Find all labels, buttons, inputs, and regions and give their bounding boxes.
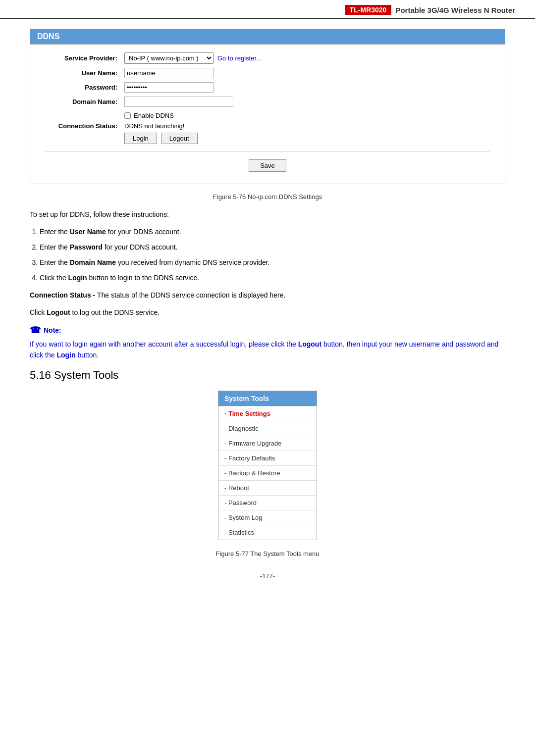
menu-center: System Tools - Time Settings - Diagnosti… xyxy=(30,391,505,547)
note-section: ☎ Note: If you want to login again with … xyxy=(30,325,505,361)
save-row: Save xyxy=(45,156,490,176)
connection-status-desc: Connection Status - The status of the DD… xyxy=(30,290,505,301)
enable-ddns-row: Enable DDNS xyxy=(124,112,490,119)
menu-item-firmware-upgrade[interactable]: - Firmware Upgrade xyxy=(218,436,317,451)
menu-item-diagnostic[interactable]: - Diagnostic xyxy=(218,421,317,436)
domain-name-input[interactable] xyxy=(124,97,233,107)
menu-item-backup-restore[interactable]: - Backup & Restore xyxy=(218,465,317,480)
login-logout-row: Login Logout xyxy=(124,133,198,144)
page-number: -177- xyxy=(30,572,505,580)
service-provider-row: Service Provider: No-IP ( www.no-ip.com … xyxy=(45,52,490,64)
header-description: Portable 3G/4G Wireless N Router xyxy=(395,6,515,14)
service-provider-label: Service Provider: xyxy=(45,54,124,62)
logout-desc: Click Logout to log out the DDNS service… xyxy=(30,307,505,318)
step-2-bold: Password xyxy=(70,243,103,251)
connection-status-row: Connection Status: DDNS not launching! L… xyxy=(45,122,490,144)
step-3-bold: Domain Name xyxy=(70,258,116,266)
step-3: Enter the Domain Name you received from … xyxy=(40,257,505,268)
menu-item-reboot[interactable]: - Reboot xyxy=(218,480,317,495)
section-heading: 5.16 System Tools xyxy=(30,369,505,382)
note-label-text: Note: xyxy=(44,326,61,334)
system-tools-menu: System Tools - Time Settings - Diagnosti… xyxy=(218,391,317,540)
username-input[interactable] xyxy=(124,68,214,78)
steps-list: Enter the User Name for your DDNS accoun… xyxy=(40,227,505,283)
domain-name-control xyxy=(124,97,233,107)
menu-item-factory-defaults[interactable]: - Factory Defaults xyxy=(218,451,317,465)
page-header: TL-MR3020 Portable 3G/4G Wireless N Rout… xyxy=(0,0,535,19)
username-row: User Name: xyxy=(45,68,490,78)
model-badge: TL-MR3020 xyxy=(345,5,392,15)
ddns-title: DDNS xyxy=(30,29,505,45)
logout-button[interactable]: Logout xyxy=(161,133,198,144)
fig76-caption: Figure 5-76 No-ip.com DDNS Settings xyxy=(30,193,505,201)
logout-desc-bold: Logout xyxy=(47,308,70,316)
domain-name-label: Domain Name: xyxy=(45,98,124,105)
ddns-box: DDNS Service Provider: No-IP ( www.no-ip… xyxy=(30,29,505,184)
note-icon: ☎ xyxy=(30,325,41,336)
step-1-bold: User Name xyxy=(70,228,106,236)
main-content: DDNS Service Provider: No-IP ( www.no-ip… xyxy=(0,19,535,600)
password-input[interactable] xyxy=(124,82,214,93)
section-title: 5.16 System Tools xyxy=(30,369,118,381)
domain-name-row: Domain Name: xyxy=(45,97,490,107)
menu-item-password[interactable]: - Password xyxy=(218,495,317,510)
menu-header: System Tools xyxy=(218,391,317,406)
connection-status-content: DDNS not launching! Login Logout xyxy=(124,122,198,144)
instructions-intro: To set up for DDNS, follow these instruc… xyxy=(30,209,505,220)
note-logout-bold: Logout xyxy=(298,340,321,348)
enable-ddns-checkbox[interactable] xyxy=(124,112,131,119)
password-control xyxy=(124,82,214,93)
fig77-caption: Figure 5-77 The System Tools menu xyxy=(30,550,505,557)
password-label: Password: xyxy=(45,84,124,91)
username-control xyxy=(124,68,214,78)
menu-item-statistics[interactable]: - Statistics xyxy=(218,525,317,540)
menu-item-time-settings[interactable]: - Time Settings xyxy=(218,406,317,421)
note-text: If you want to login again with another … xyxy=(30,339,505,361)
note-login-bold: Login xyxy=(56,351,75,359)
connection-status-label: Connection Status: xyxy=(45,122,124,130)
service-provider-control: No-IP ( www.no-ip.com ) Go to register..… xyxy=(124,52,262,64)
username-label: User Name: xyxy=(45,69,124,77)
step-4: Click the Login button to login to the D… xyxy=(40,273,505,283)
password-row: Password: xyxy=(45,82,490,93)
connection-status-desc-bold: Connection Status - xyxy=(30,291,95,299)
step-2: Enter the Password for your DDNS account… xyxy=(40,242,505,252)
go-register-link[interactable]: Go to register... xyxy=(217,54,262,62)
ddns-inner: Service Provider: No-IP ( www.no-ip.com … xyxy=(30,45,505,184)
connection-status-text: DDNS not launching! xyxy=(124,122,198,130)
menu-item-system-log[interactable]: - System Log xyxy=(218,510,317,525)
step-1: Enter the User Name for your DDNS accoun… xyxy=(40,227,505,237)
ddns-divider xyxy=(45,151,490,151)
login-button[interactable]: Login xyxy=(124,133,157,144)
enable-ddns-label: Enable DDNS xyxy=(134,112,174,119)
note-label: ☎ Note: xyxy=(30,325,505,336)
save-button[interactable]: Save xyxy=(249,159,286,172)
step-4-bold: Login xyxy=(68,274,87,282)
service-provider-select[interactable]: No-IP ( www.no-ip.com ) xyxy=(124,52,214,64)
